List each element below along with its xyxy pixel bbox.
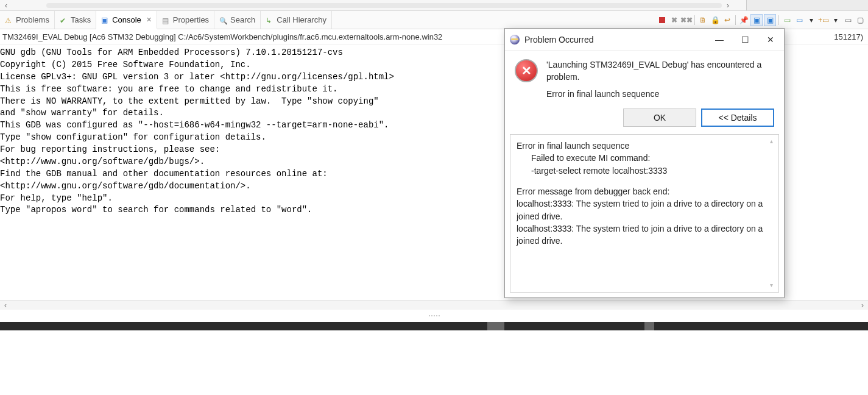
tab-label: Console: [112, 15, 141, 24]
dialog-details-pane[interactable]: Error in final launch sequence Failed to…: [510, 134, 779, 293]
remove-all-button[interactable]: ✖✖: [681, 15, 692, 26]
search-icon: [219, 16, 228, 24]
details-button[interactable]: << Details: [701, 109, 774, 127]
scroll-right-arrow-icon[interactable]: ›: [857, 301, 868, 310]
close-tab-icon[interactable]: ✕: [146, 16, 152, 24]
detail-line: localhost:3333: The system tried to join…: [517, 222, 772, 247]
stop-icon: [659, 17, 665, 23]
detail-line: Failed to execute MI command:: [517, 152, 772, 164]
console-description-tail: 151217): [834, 32, 863, 41]
tab-problems[interactable]: Problems: [0, 11, 55, 29]
dialog-button-row: OK << Details: [505, 104, 784, 134]
detail-line: -target-select remote localhost:3333: [517, 165, 772, 177]
detail-line: localhost:3333: The system tried to join…: [517, 198, 772, 222]
status-chunk: [487, 322, 504, 330]
tab-label: Tasks: [71, 15, 91, 24]
sash-handle[interactable]: [413, 313, 456, 318]
tasks-icon: [60, 16, 68, 24]
remove-launch-button[interactable]: ✖: [669, 15, 680, 26]
eclipse-icon: [510, 35, 520, 44]
window-close-button[interactable]: ✕: [762, 35, 779, 44]
console-toolbar: ✖ ✖✖ 🗎 🔒 ↩ 📌 ▣ ▣ ▭ ▭ ▾ +▭ ▾ ▭ ▢: [657, 11, 866, 29]
scroll-down-arrow-icon[interactable]: ▾: [770, 281, 777, 290]
separator: [778, 15, 779, 25]
maximize-view-button[interactable]: ▢: [855, 15, 866, 26]
terminate-button[interactable]: [657, 15, 668, 26]
window-maximize-button[interactable]: ☐: [736, 35, 753, 44]
word-wrap-button[interactable]: ↩: [722, 15, 733, 26]
dialog-body: ✕ 'Launching STM32469I_EVAL Debug' has e…: [505, 51, 784, 104]
tab-label: Search: [230, 15, 255, 24]
clear-console-button[interactable]: 🗎: [697, 15, 708, 26]
lower-horizontal-scrollbar[interactable]: ‹ ›: [0, 300, 868, 310]
open-console-button[interactable]: ▭: [782, 15, 792, 26]
console-launch-description: TM32469I_EVAL Debug [Ac6 STM32 Debugging…: [2, 32, 442, 41]
tab-label: Call Hierarchy: [277, 15, 326, 24]
scroll-lock-button[interactable]: 🔒: [710, 15, 721, 26]
error-icon: ✕: [515, 59, 538, 82]
console-icon: [101, 15, 110, 24]
scroll-right-arrow-icon[interactable]: ›: [722, 1, 734, 10]
scroll-left-arrow-icon[interactable]: ‹: [0, 301, 11, 310]
show-on-stderr-button[interactable]: ▣: [764, 14, 776, 26]
separator: [694, 15, 695, 25]
detail-line: Error message from debugger back end:: [517, 185, 772, 198]
call-hierarchy-icon: [266, 16, 274, 24]
tab-properties[interactable]: Properties: [157, 11, 214, 29]
button-label: << Details: [718, 113, 757, 123]
scroll-left-arrow-icon[interactable]: ‹: [0, 1, 12, 10]
upper-horizontal-scrollbar[interactable]: ‹ ›: [0, 0, 868, 11]
console-dropdown-icon[interactable]: ▾: [806, 15, 817, 26]
tab-tasks[interactable]: Tasks: [55, 11, 96, 29]
separator: [735, 15, 736, 25]
dialog-title: Problem Occurred: [524, 35, 594, 44]
button-label: OK: [654, 113, 666, 123]
pin-console-button[interactable]: 📌: [738, 15, 749, 26]
show-on-stdout-button[interactable]: ▣: [750, 14, 763, 26]
ok-button[interactable]: OK: [623, 109, 696, 127]
tab-console[interactable]: Console ✕: [96, 11, 157, 29]
new-console-dropdown-icon[interactable]: ▾: [830, 15, 841, 26]
tab-label: Problems: [16, 15, 49, 24]
minimize-view-button[interactable]: ▭: [842, 15, 853, 26]
dialog-titlebar[interactable]: Problem Occurred — ☐ ✕: [505, 29, 784, 51]
new-console-view-button[interactable]: +▭: [818, 15, 829, 26]
tab-call-hierarchy[interactable]: Call Hierarchy: [261, 11, 332, 29]
adjacent-pane-stub: [746, 0, 868, 10]
tab-label: Properties: [173, 15, 209, 24]
details-vertical-scrollbar[interactable]: ▴ ▾: [770, 137, 777, 290]
window-minimize-button[interactable]: —: [711, 35, 728, 44]
dialog-message: 'Launching STM32469I_EVAL Debug' has enc…: [546, 59, 774, 83]
problem-occurred-dialog: Problem Occurred — ☐ ✕ ✕ 'Launching STM3…: [504, 28, 785, 298]
view-tabs: Problems Tasks Console ✕ Properties Sear…: [0, 11, 868, 29]
display-selected-console-button[interactable]: ▭: [794, 15, 805, 26]
status-strip: [0, 322, 868, 330]
status-chunk: [644, 322, 654, 330]
properties-icon: [162, 16, 171, 24]
tab-search[interactable]: Search: [214, 11, 261, 29]
dialog-submessage: Error in final launch sequence: [546, 89, 774, 99]
detail-line: Error in final launch sequence: [517, 140, 772, 152]
problems-icon: [5, 16, 13, 24]
scroll-up-arrow-icon[interactable]: ▴: [770, 137, 777, 146]
scrollbar-track[interactable]: [46, 3, 722, 8]
